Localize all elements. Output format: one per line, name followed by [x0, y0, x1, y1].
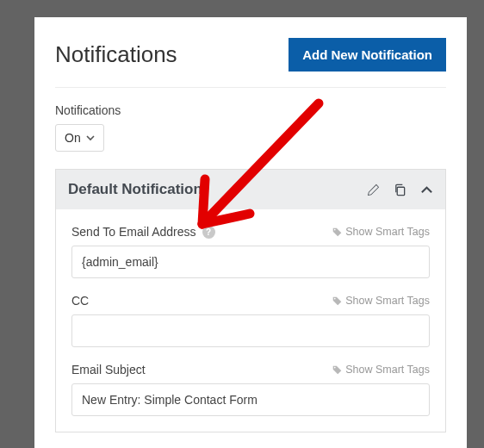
notification-header: Default Notification: [56, 170, 445, 209]
cc-input[interactable]: [71, 314, 430, 347]
email-subject-input[interactable]: [71, 383, 430, 416]
copy-icon[interactable]: [394, 184, 406, 196]
notification-body: Send To Email Address ? Show Smart Tags …: [56, 209, 445, 416]
tag-icon: [332, 227, 342, 237]
send-to-label: Send To Email Address: [71, 225, 196, 239]
show-smart-tags-link[interactable]: Show Smart Tags: [332, 295, 430, 307]
tag-icon: [332, 296, 342, 306]
settings-panel: Notifications Add New Notification Notif…: [34, 17, 467, 448]
notification-title: Default Notification: [68, 181, 367, 198]
show-smart-tags-link[interactable]: Show Smart Tags: [332, 364, 430, 376]
show-smart-tags-link[interactable]: Show Smart Tags: [332, 226, 430, 238]
notifications-toggle-select[interactable]: On: [55, 124, 104, 152]
send-to-input[interactable]: [71, 246, 430, 278]
field-send-to: Send To Email Address ? Show Smart Tags: [71, 225, 430, 278]
header-row: Notifications Add New Notification: [55, 38, 446, 88]
field-email-subject: Email Subject Show Smart Tags: [71, 363, 430, 416]
help-icon[interactable]: ?: [202, 226, 215, 239]
notifications-toggle-label: Notifications: [55, 103, 446, 117]
add-notification-button[interactable]: Add New Notification: [289, 38, 446, 72]
edit-icon[interactable]: [367, 184, 380, 196]
field-cc: CC Show Smart Tags: [71, 294, 430, 347]
collapse-icon[interactable]: [420, 184, 433, 196]
email-subject-label: Email Subject: [71, 363, 146, 376]
tag-icon: [332, 365, 342, 375]
page-title: Notifications: [55, 41, 177, 68]
svg-rect-0: [397, 187, 404, 195]
notifications-toggle-value: On: [65, 131, 81, 145]
cc-label: CC: [71, 294, 89, 308]
chevron-down-icon: [86, 134, 95, 142]
notification-item: Default Notification Send To Email Addre…: [55, 169, 446, 432]
notification-toolbar: [367, 184, 433, 196]
